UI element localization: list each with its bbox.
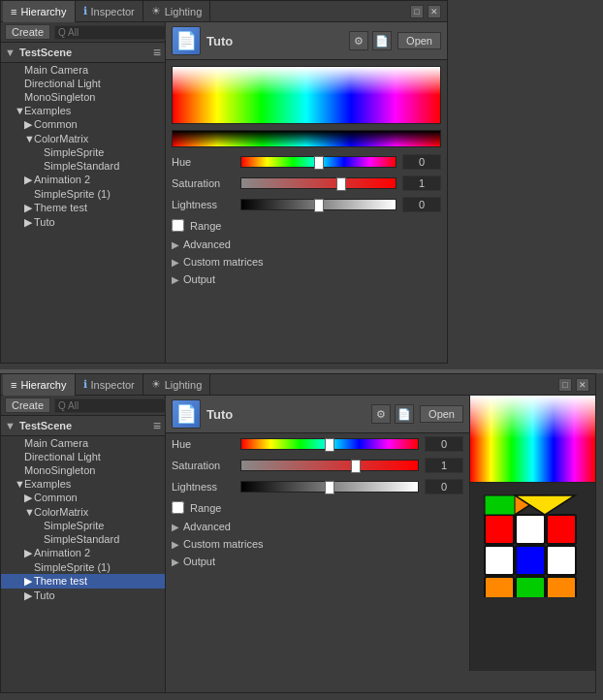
lightness-row-bottom: Lightness xyxy=(166,476,469,497)
saturation-label-bottom: Saturation xyxy=(172,460,235,471)
saturation-slider-bottom[interactable] xyxy=(240,460,419,471)
list-item[interactable]: SimpleStandard xyxy=(1,159,165,173)
saturation-value-top[interactable] xyxy=(402,175,441,191)
lightness-thumb-top[interactable] xyxy=(314,199,324,212)
tab-hierarchy-top[interactable]: ≡ Hierarchy xyxy=(3,1,76,22)
scene-title-bottom[interactable]: ▼ TestScene ≡ xyxy=(1,416,165,436)
custom-matrices-foldout-bottom[interactable]: ▶ Custom matrices xyxy=(166,535,469,553)
list-item[interactable]: Directional Light xyxy=(1,450,165,463)
create-button-top[interactable]: Create xyxy=(5,24,50,40)
tab-inspector-top[interactable]: ℹ Inspector xyxy=(76,1,143,22)
top-tab-bar: ≡ Hierarchy ℹ Inspector ☀ Lighting □ ✕ xyxy=(1,1,447,22)
scene-title-top[interactable]: ▼ TestScene ≡ xyxy=(1,43,165,63)
list-item[interactable]: ▼Examples xyxy=(1,477,165,491)
lightness-value-top[interactable] xyxy=(402,197,441,212)
tab-hierarchy-bottom[interactable]: ≡ Hierarchy xyxy=(3,374,76,396)
advanced-foldout-bottom[interactable]: ▶ Advanced xyxy=(166,518,469,535)
range-label-bottom: Range xyxy=(190,502,221,514)
list-item[interactable]: ▶Animation 2 xyxy=(1,173,165,187)
top-tab-actions: □ ✕ xyxy=(410,5,445,18)
hue-value-top[interactable] xyxy=(402,154,441,170)
advanced-foldout-top[interactable]: ▶ Advanced xyxy=(166,236,447,253)
bottom-tab-actions: □ ✕ xyxy=(558,378,593,392)
saturation-value-bottom[interactable] xyxy=(425,458,463,473)
tab-inspector-bottom[interactable]: ℹ Inspector xyxy=(76,374,143,396)
tab-lighting-top[interactable]: ☀ Lighting xyxy=(143,1,211,22)
open-button-bottom[interactable]: Open xyxy=(420,405,463,423)
list-item[interactable]: SimpleSprite xyxy=(1,145,165,159)
close-btn-bottom[interactable]: ✕ xyxy=(576,378,589,392)
list-item[interactable]: SimpleStandard xyxy=(1,532,165,546)
saturation-thumb-top[interactable] xyxy=(336,177,346,191)
script-btn-top[interactable]: 📄 xyxy=(372,31,392,50)
lightness-label-top: Lightness xyxy=(172,199,235,210)
thumbnail-spectrum xyxy=(470,396,595,483)
arrow-scene-top: ▼ xyxy=(5,47,16,58)
list-item[interactable]: SimpleSprite xyxy=(1,519,165,532)
tab-lighting-bottom[interactable]: ☀ Lighting xyxy=(143,374,211,396)
list-item[interactable]: ▼Examples xyxy=(1,104,165,117)
list-item[interactable]: SimpleSprite (1) xyxy=(1,187,165,201)
scene-name-bottom: TestScene xyxy=(19,420,72,431)
list-item[interactable]: ▶Theme test xyxy=(1,201,165,215)
maximize-btn-top[interactable]: □ xyxy=(410,5,424,18)
scene-menu-top[interactable]: ≡ xyxy=(153,45,161,60)
output-foldout-top[interactable]: ▶ Output xyxy=(166,270,447,288)
saturation-row-bottom: Saturation xyxy=(166,455,469,476)
list-item[interactable]: ▶Common xyxy=(1,491,165,505)
svg-rect-2 xyxy=(547,515,576,544)
bottom-panel-body: Create 🔒 ≡ ▼ TestScene ≡ Main Camera Dir… xyxy=(1,396,595,692)
top-panel-body: Create 🔒 ≡ ▼ TestScene ≡ Main Camera Dir… xyxy=(1,22,447,363)
hue-slider-top[interactable] xyxy=(240,156,397,168)
range-checkbox-top[interactable] xyxy=(172,219,184,232)
lightness-slider-top[interactable] xyxy=(240,199,397,210)
custom-matrices-foldout-top[interactable]: ▶ Custom matrices xyxy=(166,253,447,270)
saturation-slider-top[interactable] xyxy=(240,177,397,189)
list-item[interactable]: ▶Animation 2 xyxy=(1,546,165,560)
color-spectrum-top[interactable] xyxy=(172,66,441,124)
range-row-top: Range xyxy=(166,215,447,236)
list-item[interactable]: SimpleSprite (1) xyxy=(1,560,165,574)
list-item[interactable]: ▶Tuto xyxy=(1,215,165,230)
maximize-btn-bottom[interactable]: □ xyxy=(558,378,572,392)
list-item[interactable]: Main Camera xyxy=(1,436,165,450)
script-btn-bottom[interactable]: 📄 xyxy=(395,404,414,424)
lightness-thumb-bottom[interactable] xyxy=(325,481,334,494)
lightness-slider-bottom[interactable] xyxy=(240,481,419,493)
open-button-top[interactable]: Open xyxy=(397,32,441,49)
inspector-icon-bottom: ℹ xyxy=(83,378,87,391)
list-item[interactable]: ▼ColorMatrix xyxy=(1,505,165,519)
settings-btn-top[interactable]: ⚙ xyxy=(349,31,368,50)
output-foldout-bottom[interactable]: ▶ Output xyxy=(166,553,469,570)
saturation-thumb-bottom[interactable] xyxy=(351,460,361,473)
list-item[interactable]: ▶Tuto xyxy=(1,589,165,603)
list-item[interactable]: Directional Light xyxy=(1,77,165,90)
list-item[interactable]: ▶Common xyxy=(1,117,165,132)
svg-rect-6 xyxy=(485,577,514,597)
hierarchy-icon: ≡ xyxy=(11,6,16,17)
advanced-arrow-top: ▶ xyxy=(172,239,179,250)
hue-value-bottom[interactable] xyxy=(425,436,463,452)
hue-slider-bottom[interactable] xyxy=(240,438,419,450)
scene-name-top: TestScene xyxy=(19,47,72,58)
create-button-bottom[interactable]: Create xyxy=(5,398,50,413)
list-item[interactable]: Main Camera xyxy=(1,63,165,77)
hue-thumb-top[interactable] xyxy=(314,156,324,170)
scene-menu-bottom[interactable]: ≡ xyxy=(153,418,161,433)
custom-matrices-label-top: Custom matrices xyxy=(183,256,264,268)
svg-rect-7 xyxy=(516,577,545,597)
list-item[interactable]: MonoSingleton xyxy=(1,90,165,104)
settings-btn-bottom[interactable]: ⚙ xyxy=(371,404,391,424)
list-item[interactable]: MonoSingleton xyxy=(1,463,165,477)
hue-thumb-bottom[interactable] xyxy=(325,438,334,452)
list-item[interactable]: ▼ColorMatrix xyxy=(1,132,165,145)
close-btn-top[interactable]: ✕ xyxy=(428,5,441,18)
custom-matrices-arrow-bottom: ▶ xyxy=(172,539,179,550)
range-checkbox-bottom[interactable] xyxy=(172,501,184,514)
list-item[interactable]: ▶Theme test xyxy=(1,574,165,589)
component-icon-top: 📄 xyxy=(172,26,201,55)
custom-matrices-label-bottom: Custom matrices xyxy=(183,538,264,550)
hierarchy-pane-top: Create 🔒 ≡ ▼ TestScene ≡ Main Camera Dir… xyxy=(1,22,166,363)
lightness-value-bottom[interactable] xyxy=(425,479,463,494)
inspector-with-thumb-bottom: 📄 Tuto ⚙ 📄 Open Hue xyxy=(166,396,595,692)
